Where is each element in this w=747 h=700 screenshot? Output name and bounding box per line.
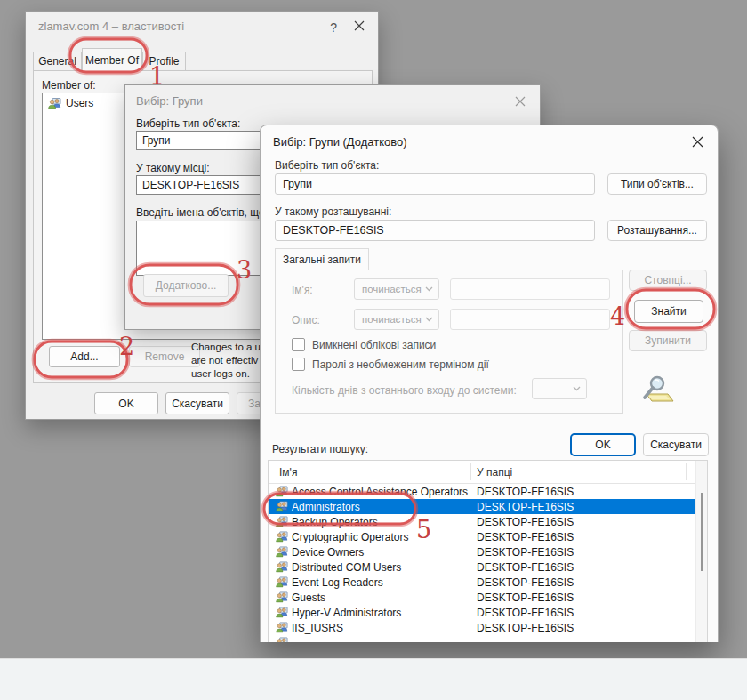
- search-results-label: Результати пошуку:: [272, 443, 368, 455]
- group-icon: [276, 591, 288, 603]
- result-name: Event Log Readers: [292, 576, 383, 589]
- column-folder[interactable]: У папці: [477, 466, 512, 479]
- result-folder: DESKTOP-FE16SIS: [477, 501, 574, 513]
- cancel-button[interactable]: Скасувати: [643, 433, 709, 456]
- location-label: У такому розташуванні:: [275, 205, 391, 218]
- result-name: Cryptographic Operators: [292, 531, 408, 543]
- results-list-body: Access Control Assistance Operators DESK…: [269, 484, 707, 642]
- nonexpiring-passwords-label: Паролі з необмеженим терміном дії: [312, 358, 489, 371]
- group-icon: [276, 607, 288, 618]
- close-icon[interactable]: [515, 93, 526, 109]
- location-label: У такому місці:: [136, 162, 210, 174]
- stop-button[interactable]: Зупинити: [629, 330, 707, 351]
- result-row[interactable]: Backup Operators DESKTOP-FE16SIS: [269, 514, 707, 529]
- advanced-dialog-title: Вибір: Групи (Додатково): [273, 135, 407, 149]
- properties-dialog-title: zlamav.com 4 – властивості: [38, 20, 184, 33]
- results-header[interactable]: Ім'я У папці: [269, 461, 707, 484]
- group-icon: [276, 486, 288, 497]
- tab-common-queries[interactable]: Загальні запити: [275, 248, 369, 270]
- object-type-field[interactable]: [275, 173, 595, 195]
- group-icon: [276, 576, 288, 588]
- result-row[interactable]: Device Owners DESKTOP-FE16SIS: [269, 544, 707, 559]
- name-value-field[interactable]: [450, 278, 610, 300]
- desktop: zlamav.com 4 – властивості ? General Mem…: [0, 0, 747, 700]
- result-folder: DESKTOP-FE16SIS: [477, 516, 574, 528]
- group-icon: [276, 622, 288, 633]
- ok-button[interactable]: OK: [94, 392, 158, 414]
- group-icon: [276, 516, 288, 527]
- result-folder: DESKTOP-FE16SIS: [477, 486, 574, 498]
- tab-member-of[interactable]: Member Of: [82, 48, 142, 71]
- result-name: Distributed COM Users: [292, 561, 401, 574]
- result-row[interactable]: Guests DESKTOP-FE16SIS: [269, 590, 707, 605]
- description-label: Опис:: [292, 314, 320, 326]
- object-type-label: Виберіть тип об'єкта:: [136, 117, 240, 130]
- advanced-select-dialog: Вибір: Групи (Додатково) Виберіть тип об…: [260, 125, 719, 642]
- nonexpiring-passwords-checkbox[interactable]: [292, 358, 305, 371]
- location-field[interactable]: [275, 220, 595, 241]
- object-names-label: Введіть імена об'єктів, що ви: [136, 206, 279, 219]
- group-icon: [48, 98, 61, 109]
- result-row[interactable]: Cryptographic Operators DESKTOP-FE16SIS: [269, 529, 707, 544]
- taskbar: [0, 658, 747, 700]
- result-name: Administrators: [292, 501, 360, 513]
- member-of-label: Member of:: [42, 79, 96, 92]
- object-types-button[interactable]: Типи об'єктів...: [607, 173, 707, 195]
- result-row[interactable]: Event Log Readers DESKTOP-FE16SIS: [269, 575, 707, 590]
- result-name: Hyper-V Administrators: [292, 607, 401, 619]
- result-name: Device Owners: [292, 546, 364, 559]
- result-row[interactable]: Distributed COM Users DESKTOP-FE16SIS: [269, 559, 707, 575]
- result-folder: DESKTOP-FE16SIS: [477, 591, 574, 604]
- result-row[interactable]: Administrators DESKTOP-FE16SIS: [269, 499, 707, 514]
- column-name[interactable]: Ім'я: [279, 466, 297, 479]
- tab-profile[interactable]: Profile: [142, 52, 186, 70]
- result-row[interactable]: Access Control Assistance Operators DESK…: [269, 484, 707, 499]
- find-now-button[interactable]: Знайти: [634, 300, 703, 323]
- close-icon[interactable]: [354, 18, 365, 34]
- scrollbar-thumb[interactable]: [701, 493, 703, 571]
- member-item-label: Users: [66, 97, 93, 109]
- search-results-list: Ім'я У папці Access Control Assistance O…: [268, 460, 708, 642]
- result-folder: DESKTOP-FE16SIS: [477, 531, 574, 543]
- result-name: Backup Operators: [292, 516, 378, 528]
- close-icon[interactable]: [692, 135, 703, 151]
- group-icon: [276, 637, 288, 642]
- search-icon: [638, 374, 675, 405]
- chevron-down-icon: [573, 386, 581, 391]
- days-since-logon-label: Кількість днів з останнього входу до сис…: [292, 384, 517, 397]
- locations-button[interactable]: Розташування...: [607, 220, 707, 241]
- ok-button[interactable]: OK: [570, 433, 636, 456]
- result-row[interactable]: IIS_IUSRS DESKTOP-FE16SIS: [269, 620, 707, 635]
- common-queries-panel: Ім'я: починається Опис: починається Вимк…: [275, 270, 623, 414]
- tab-general[interactable]: General: [33, 52, 82, 70]
- result-name: Guests: [292, 591, 325, 604]
- result-name: Access Control Assistance Operators: [292, 486, 468, 498]
- chevron-down-icon: [425, 317, 433, 322]
- results-scrollbar[interactable]: [695, 461, 707, 642]
- group-icon: [276, 546, 288, 558]
- days-since-logon-select[interactable]: [532, 378, 587, 399]
- result-folder: DESKTOP-FE16SIS: [477, 622, 574, 634]
- help-icon[interactable]: ?: [330, 20, 337, 35]
- result-name: IIS_IUSRS: [292, 622, 343, 634]
- result-folder: DESKTOP-FE16SIS: [477, 561, 574, 574]
- group-icon: [276, 501, 288, 512]
- disabled-accounts-label: Вимкнені облікові записи: [312, 339, 436, 351]
- result-folder: DESKTOP-FE16SIS: [477, 576, 574, 589]
- chevron-down-icon: [425, 286, 433, 292]
- object-type-label: Виберіть тип об'єкта:: [275, 159, 379, 172]
- description-operator-select[interactable]: починається: [354, 309, 439, 330]
- result-row[interactable]: Hyper-V Administrators DESKTOP-FE16SIS: [269, 605, 707, 620]
- remove-button[interactable]: Remove: [129, 346, 200, 367]
- disabled-accounts-checkbox[interactable]: [292, 338, 305, 351]
- cancel-button[interactable]: Скасувати: [165, 392, 229, 414]
- result-row[interactable]: [269, 635, 707, 642]
- description-value-field[interactable]: [450, 309, 610, 330]
- advanced-button[interactable]: Додатково...: [143, 274, 229, 297]
- name-operator-select[interactable]: починається: [354, 278, 439, 300]
- add-button[interactable]: Add...: [49, 346, 120, 367]
- group-icon: [276, 561, 288, 573]
- result-folder: DESKTOP-FE16SIS: [477, 607, 574, 619]
- columns-button[interactable]: Стовпці...: [629, 270, 707, 291]
- result-folder: DESKTOP-FE16SIS: [477, 546, 574, 559]
